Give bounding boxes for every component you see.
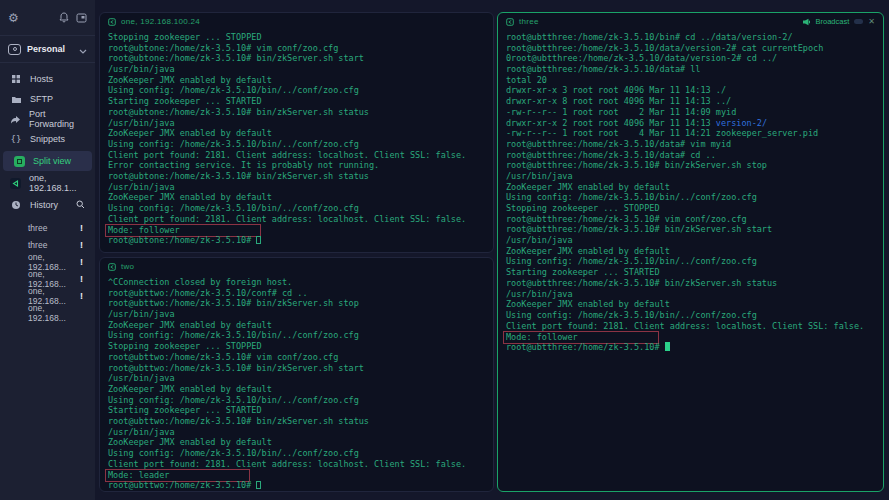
terminal-pane-one: one, 192.168.100.24 Stopping zookeeper .… xyxy=(99,12,494,253)
history-list-item[interactable]: one, 192.168...! xyxy=(0,287,95,304)
sidebar-item-split-view[interactable]: Split view xyxy=(3,151,92,171)
hosts-grid-icon xyxy=(10,74,22,84)
history-list: three!three!one, 192.168...!one, 192.168… xyxy=(0,215,95,321)
terminal-line: ZooKeeper JMX enabled by default xyxy=(506,182,875,193)
terminal-line: drwxr-xr-x 8 root root 4096 Mar 11 14:13… xyxy=(506,96,875,107)
terminal-line: Stopping zookeeper ... STOPPED xyxy=(108,32,485,43)
sidebar-item-snippets[interactable]: {} Snippets xyxy=(0,129,95,149)
terminal-line: Starting zookeeper ... STARTED xyxy=(506,267,875,278)
terminal-line: root@ubttwo:/home/zk-3.5.10# bin/zkServe… xyxy=(108,416,485,427)
terminal-line: root@ubttwo:/home/zk-3.5.10# bin/zkServe… xyxy=(108,363,485,374)
history-list-item[interactable]: three! xyxy=(0,219,95,236)
directory-name: version-2/ xyxy=(716,118,767,128)
terminal-cursor xyxy=(256,481,261,489)
history-list-item[interactable]: three! xyxy=(0,236,95,253)
terminal-output[interactable]: Stopping zookeeper ... STOPPEDroot@ubton… xyxy=(100,30,493,248)
terminal-line: Using config: /home/zk-3.5.10/bin/../con… xyxy=(108,85,485,96)
sidebar-item-history[interactable]: History xyxy=(0,195,95,215)
history-clock-icon xyxy=(10,200,22,210)
terminal-line: root@ubtone:/home/zk-3.5.10# vim conf/zo… xyxy=(108,43,485,54)
terminal-line: root@ubtthree:/home/zk-3.5.10# xyxy=(506,342,875,353)
history-list-item[interactable]: one, 192.168... xyxy=(0,304,95,321)
pane-header[interactable]: two xyxy=(100,258,493,275)
terminal-line: root@ubtone:/home/zk-3.5.10# bin/zkServe… xyxy=(108,171,485,182)
sidebar-item-port-forwarding[interactable]: Port Forwarding xyxy=(0,109,95,129)
terminal-line: drwxr-xr-x 3 root root 4096 Mar 11 14:13… xyxy=(506,85,875,96)
terminal-line: Client port found: 2181. Client address:… xyxy=(108,150,485,161)
terminal-area: one, 192.168.100.24 Stopping zookeeper .… xyxy=(95,0,889,500)
terminal-line: ZooKeeper JMX enabled by default xyxy=(108,192,485,203)
history-item-label: one, 192.168... xyxy=(28,303,83,323)
terminal-line: Using config: /home/zk-3.5.10/bin/../con… xyxy=(108,448,485,459)
terminal-line: -rw-r--r-- 1 root root 2 Mar 11 14:09 my… xyxy=(506,107,875,118)
sidebar-topbar: ⚙ xyxy=(0,0,95,36)
new-window-icon[interactable] xyxy=(76,13,87,23)
notifications-bell-icon[interactable] xyxy=(59,12,69,23)
terminal-line: Using config: /home/zk-3.5.10/bin/../con… xyxy=(108,139,485,150)
terminal-line: root@ubtthree:/home/zk-3.5.10# vim conf/… xyxy=(506,214,875,225)
terminal-line: root@ubtthree:/home/zk-3.5.10/data/versi… xyxy=(506,43,875,54)
pane-header[interactable]: one, 192.168.100.24 xyxy=(100,13,493,30)
close-icon[interactable]: ✕ xyxy=(868,18,875,26)
terminal-line: ZooKeeper JMX enabled by default xyxy=(506,299,875,310)
terminal-line: /usr/bin/java xyxy=(108,182,485,193)
terminal-line: /usr/bin/java xyxy=(108,373,485,384)
alert-badge: ! xyxy=(80,291,83,301)
terminal-line: Using config: /home/zk-3.5.10/bin/../con… xyxy=(506,310,875,321)
terminal-output[interactable]: ^CConnection closed by foreign host.root… xyxy=(100,275,493,492)
workspace-label: Personal xyxy=(27,44,73,54)
terminal-line: root@ubtthree:/home/zk-3.5.10/bin# cd ..… xyxy=(506,32,875,43)
terminal-line: root@ubttwo:/home/zk-3.5.10# bin/zkServe… xyxy=(108,298,485,309)
broadcast-toggle[interactable] xyxy=(854,19,863,24)
terminal-line: root@ubtthree:/home/zk-3.5.10/data# vim … xyxy=(506,139,875,150)
sidebar-item-label: Split view xyxy=(33,156,71,166)
terminal-line: Client port found: 2181. Client address:… xyxy=(108,459,485,470)
chevron-down-icon xyxy=(79,40,87,58)
terminal-icon xyxy=(506,18,514,26)
sidebar-item-label: History xyxy=(30,200,58,210)
sidebar-item-label: Snippets xyxy=(30,134,65,144)
alert-badge: ! xyxy=(80,274,83,284)
workspace-selector[interactable]: Personal xyxy=(0,36,95,63)
forward-arrow-icon xyxy=(10,115,21,124)
terminal-line: Mode: follower xyxy=(108,224,485,235)
terminal-line: /usr/bin/java xyxy=(108,64,485,75)
terminal-line: Client port found: 2181. Client address:… xyxy=(108,214,485,225)
terminal-line: root@ubttwo:/home/zk-3.5.10# vim conf/zo… xyxy=(108,352,485,363)
terminal-line: Using config: /home/zk-3.5.10/bin/../con… xyxy=(506,192,875,203)
workspace-icon xyxy=(8,44,21,55)
history-list-item[interactable]: one, 192.168...! xyxy=(0,253,95,270)
termius-app: ⚙ Personal Hosts xyxy=(0,0,889,500)
terminal-line: Mode: follower xyxy=(506,331,875,342)
terminal-line: /usr/bin/java xyxy=(108,309,485,320)
history-list-item[interactable]: one, 192.168...! xyxy=(0,270,95,287)
terminal-line: /usr/bin/java xyxy=(108,427,485,438)
sidebar-item-active-terminal[interactable]: one, 192.168.1... xyxy=(0,173,95,193)
terminal-line: /usr/bin/java xyxy=(506,289,875,300)
terminal-line: root@ubtthree:/home/zk-3.5.10# bin/zkSer… xyxy=(506,224,875,235)
pane-header[interactable]: three Broadcast ✕ xyxy=(498,13,883,30)
pane-title: three xyxy=(519,17,539,26)
terminal-output[interactable]: root@ubtthree:/home/zk-3.5.10/bin# cd ..… xyxy=(498,30,883,355)
terminal-line: root@ubtone:/home/zk-3.5.10# xyxy=(108,235,485,246)
terminal-line: root@ubtone:/home/zk-3.5.10# bin/zkServe… xyxy=(108,53,485,64)
terminal-line: Starting zookeeper ... STARTED xyxy=(108,405,485,416)
search-icon[interactable] xyxy=(76,200,85,211)
terminal-line: ZooKeeper JMX enabled by default xyxy=(108,75,485,86)
settings-gear-icon[interactable]: ⚙ xyxy=(8,12,19,24)
sidebar-item-label: Hosts xyxy=(30,74,53,84)
sidebar-item-label: one, 192.168.1... xyxy=(29,173,85,193)
terminal-line: Using config: /home/zk-3.5.10/bin/../con… xyxy=(506,256,875,267)
terminal-line: Client port found: 2181. Client address:… xyxy=(506,321,875,332)
terminal-line: root@ubtthree:/home/zk-3.5.10/data# cd .… xyxy=(506,150,875,161)
alert-badge: ! xyxy=(80,240,83,250)
terminal-line: root@ubtthree:/home/zk-3.5.10# bin/zkSer… xyxy=(506,278,875,289)
broadcast-label[interactable]: Broadcast xyxy=(816,17,850,26)
sidebar-item-sftp[interactable]: SFTP xyxy=(0,89,95,109)
terminal-line: /usr/bin/java xyxy=(506,171,875,182)
terminal-line: ZooKeeper JMX enabled by default xyxy=(108,320,485,331)
terminal-icon xyxy=(108,18,116,26)
pane-title: two xyxy=(121,262,134,271)
alert-badge: ! xyxy=(80,257,83,267)
sidebar-item-hosts[interactable]: Hosts xyxy=(0,69,95,89)
